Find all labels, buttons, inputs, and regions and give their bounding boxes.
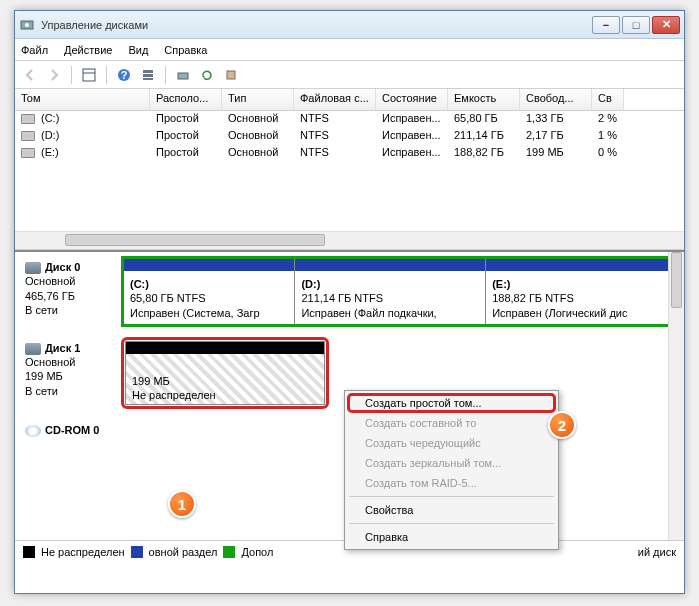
svg-text:?: ? (121, 69, 128, 81)
ctx-create-mirrored-volume: Создать зеркальный том... (347, 453, 556, 473)
disk-0-label[interactable]: Диск 0 Основной 465,76 ГБ В сети (19, 256, 121, 327)
view-icon[interactable] (80, 66, 98, 84)
volume-icon (21, 114, 35, 124)
menubar: Файл Действие Вид Справка (15, 39, 684, 61)
unallocated-space[interactable]: 199 МБ Не распределен (126, 342, 324, 404)
horizontal-scrollbar[interactable] (15, 231, 684, 249)
col-state[interactable]: Состояние (376, 89, 448, 110)
menu-view[interactable]: Вид (128, 44, 148, 56)
menu-help[interactable]: Справка (164, 44, 207, 56)
table-row[interactable]: (E:) Простой Основной NTFS Исправен... 1… (15, 145, 684, 162)
annotation-badge-2: 2 (548, 411, 576, 439)
ctx-create-spanned-volume: Создать составной то (347, 413, 556, 433)
table-row[interactable]: (C:) Простой Основной NTFS Исправен... 6… (15, 111, 684, 128)
titlebar[interactable]: Управление дисками − □ ✕ (15, 11, 684, 39)
minimize-button[interactable]: − (592, 16, 620, 34)
svg-rect-10 (227, 71, 235, 79)
ctx-properties[interactable]: Свойства (347, 500, 556, 520)
context-menu: Создать простой том... Создать составной… (344, 390, 559, 550)
table-row[interactable]: (D:) Простой Основной NTFS Исправен... 2… (15, 128, 684, 145)
refresh-icon[interactable] (198, 66, 216, 84)
svg-rect-6 (143, 70, 153, 73)
hdd-icon (25, 343, 41, 355)
window-title: Управление дисками (41, 19, 590, 31)
disk-0-row: Диск 0 Основной 465,76 ГБ В сети (C:) 65… (19, 256, 680, 327)
close-button[interactable]: ✕ (652, 16, 680, 34)
ctx-create-simple-volume[interactable]: Создать простой том... (347, 393, 556, 413)
maximize-button[interactable]: □ (622, 16, 650, 34)
col-volume[interactable]: Том (15, 89, 150, 110)
highlight-1: 199 МБ Не распределен (121, 337, 329, 409)
volume-icon (21, 131, 35, 141)
col-layout[interactable]: Располо... (150, 89, 222, 110)
volume-icon (21, 148, 35, 158)
forward-icon[interactable] (45, 66, 63, 84)
cd-icon (25, 425, 41, 437)
list-icon[interactable] (139, 66, 157, 84)
col-capacity[interactable]: Емкость (448, 89, 520, 110)
app-icon (19, 17, 35, 33)
table-header: Том Располо... Тип Файловая с... Состоян… (15, 89, 684, 111)
menu-file[interactable]: Файл (21, 44, 48, 56)
partition-e[interactable]: (E:) 188,82 ГБ NTFS Исправен (Логический… (486, 259, 677, 324)
settings-icon[interactable] (222, 66, 240, 84)
svg-rect-7 (143, 74, 153, 77)
svg-point-1 (25, 23, 29, 27)
col-filesystem[interactable]: Файловая с... (294, 89, 376, 110)
partition-d[interactable]: (D:) 211,14 ГБ NTFS Исправен (Файл подка… (295, 259, 486, 324)
cdrom-label[interactable]: CD-ROM 0 (19, 419, 121, 441)
ctx-help[interactable]: Справка (347, 527, 556, 547)
hdd-icon (25, 262, 41, 274)
help-icon[interactable]: ? (115, 66, 133, 84)
ctx-create-striped-volume: Создать чередующийс (347, 433, 556, 453)
legend-primary-swatch (131, 546, 143, 558)
vertical-scrollbar[interactable] (668, 252, 684, 540)
svg-rect-8 (143, 78, 153, 80)
col-free[interactable]: Свобод... (520, 89, 592, 110)
disk-1-label[interactable]: Диск 1 Основной 199 МБ В сети (19, 337, 121, 409)
col-type[interactable]: Тип (222, 89, 294, 110)
toolbar: ? (15, 61, 684, 89)
col-percent[interactable]: Св (592, 89, 624, 110)
partition-c[interactable]: (C:) 65,80 ГБ NTFS Исправен (Система, За… (124, 259, 295, 324)
volume-table: Том Располо... Тип Файловая с... Состоян… (15, 89, 684, 250)
legend-unallocated-swatch (23, 546, 35, 558)
annotation-badge-1: 1 (168, 490, 196, 518)
svg-rect-9 (178, 73, 188, 79)
svg-rect-2 (83, 69, 95, 81)
ctx-create-raid5-volume: Создать том RAID-5... (347, 473, 556, 493)
action1-icon[interactable] (174, 66, 192, 84)
menu-action[interactable]: Действие (64, 44, 112, 56)
back-icon[interactable] (21, 66, 39, 84)
legend-extended-swatch (223, 546, 235, 558)
